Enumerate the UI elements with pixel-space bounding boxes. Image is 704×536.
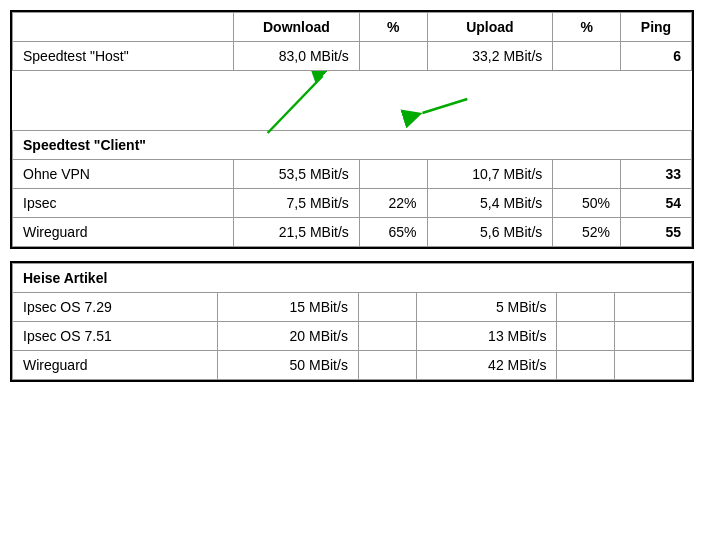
table-row: Wireguard 50 MBit/s 42 MBit/s xyxy=(13,351,692,380)
row-label: Ipsec xyxy=(13,189,234,218)
row-upload: 33,2 MBit/s xyxy=(427,42,553,71)
row-ping: 6 xyxy=(621,42,692,71)
row-download: 7,5 MBit/s xyxy=(234,189,360,218)
table-row: Ipsec OS 7.29 15 MBit/s 5 MBit/s xyxy=(13,293,692,322)
row-pct1 xyxy=(359,42,427,71)
table-row: Speedtest "Host" 83,0 MBit/s 33,2 MBit/s… xyxy=(13,42,692,71)
row-download: 83,0 MBit/s xyxy=(234,42,360,71)
row-pct2 xyxy=(557,293,615,322)
row-upload: 5 MBit/s xyxy=(416,293,557,322)
row-pct2: 52% xyxy=(553,218,621,247)
row-download: 53,5 MBit/s xyxy=(234,160,360,189)
arrow-spacer-row xyxy=(13,71,692,131)
row-pct1 xyxy=(358,293,416,322)
col-header-empty xyxy=(13,13,234,42)
row-pct1 xyxy=(359,160,427,189)
table-row: Ipsec 7,5 MBit/s 22% 5,4 MBit/s 50% 54 xyxy=(13,189,692,218)
row-ping xyxy=(615,351,692,380)
row-label: Speedtest "Host" xyxy=(13,42,234,71)
col-header-pct2: % xyxy=(553,13,621,42)
row-pct1: 22% xyxy=(359,189,427,218)
row-label: Ipsec OS 7.51 xyxy=(13,322,218,351)
heise-section-header: Heise Artikel xyxy=(13,264,692,293)
heise-label: Heise Artikel xyxy=(13,264,692,293)
row-download: 21,5 MBit/s xyxy=(234,218,360,247)
table-row: Ohne VPN 53,5 MBit/s 10,7 MBit/s 33 xyxy=(13,160,692,189)
row-download: 50 MBit/s xyxy=(217,351,358,380)
row-upload: 5,4 MBit/s xyxy=(427,189,553,218)
table-row: Wireguard 21,5 MBit/s 65% 5,6 MBit/s 52%… xyxy=(13,218,692,247)
col-header-download: Download xyxy=(234,13,360,42)
row-ping: 55 xyxy=(621,218,692,247)
row-pct1 xyxy=(358,351,416,380)
row-label: Wireguard xyxy=(13,351,218,380)
row-upload: 13 MBit/s xyxy=(416,322,557,351)
col-header-ping: Ping xyxy=(621,13,692,42)
heise-table: Heise Artikel Ipsec OS 7.29 15 MBit/s 5 … xyxy=(12,263,692,380)
svg-line-3 xyxy=(422,99,467,113)
row-label: Ipsec OS 7.29 xyxy=(13,293,218,322)
row-ping xyxy=(615,322,692,351)
row-download: 20 MBit/s xyxy=(217,322,358,351)
row-ping: 54 xyxy=(621,189,692,218)
speedtest-table: Download % Upload % Ping Speedtest "Host… xyxy=(12,12,692,247)
svg-line-2 xyxy=(267,76,322,133)
row-ping xyxy=(615,293,692,322)
row-download: 15 MBit/s xyxy=(217,293,358,322)
row-pct2 xyxy=(557,351,615,380)
row-pct2: 50% xyxy=(553,189,621,218)
speedtest-section: Download % Upload % Ping Speedtest "Host… xyxy=(10,10,694,249)
row-pct2 xyxy=(553,160,621,189)
col-header-pct1: % xyxy=(359,13,427,42)
row-label: Ohne VPN xyxy=(13,160,234,189)
arrows-svg xyxy=(13,71,692,136)
row-pct2 xyxy=(553,42,621,71)
col-header-upload: Upload xyxy=(427,13,553,42)
table-row: Ipsec OS 7.51 20 MBit/s 13 MBit/s xyxy=(13,322,692,351)
row-pct1: 65% xyxy=(359,218,427,247)
row-pct2 xyxy=(557,322,615,351)
row-label: Wireguard xyxy=(13,218,234,247)
heise-section: Heise Artikel Ipsec OS 7.29 15 MBit/s 5 … xyxy=(10,261,694,382)
row-pct1 xyxy=(358,322,416,351)
row-upload: 42 MBit/s xyxy=(416,351,557,380)
table-header-row: Download % Upload % Ping xyxy=(13,13,692,42)
row-upload: 10,7 MBit/s xyxy=(427,160,553,189)
row-upload: 5,6 MBit/s xyxy=(427,218,553,247)
row-ping: 33 xyxy=(621,160,692,189)
